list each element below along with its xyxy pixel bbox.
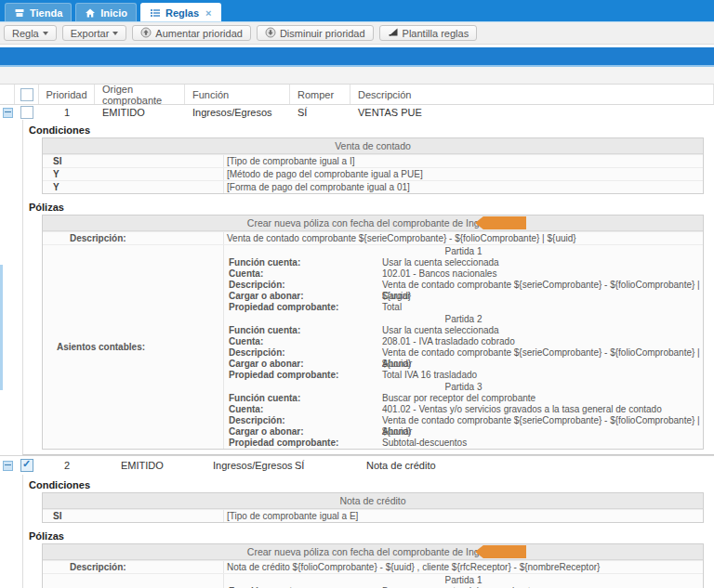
asientos-row: Asientos contables: Partida 1 Función cu… bbox=[43, 244, 703, 449]
store-icon bbox=[14, 7, 25, 19]
partida-title: Partida 1 bbox=[224, 574, 703, 586]
cell-romper: SÍ bbox=[290, 456, 350, 475]
tab-label: Inicio bbox=[100, 7, 127, 19]
minus-box-icon bbox=[3, 108, 13, 118]
selection-band bbox=[0, 47, 714, 67]
asientos-row: Partida 1 Función cuenta:Buscar por rece… bbox=[43, 573, 703, 588]
cell-prioridad: 1 bbox=[39, 105, 95, 120]
aumentar-prioridad-button[interactable]: Aumentar prioridad bbox=[132, 25, 251, 41]
toolbar: Regla Exportar Aumentar prioridad Dismin… bbox=[0, 22, 714, 45]
cell-origen: EMITIDO bbox=[95, 456, 185, 475]
grid-header-row: Prioridad Origen comprobante Función Rom… bbox=[0, 84, 714, 105]
tab-label: Reglas bbox=[165, 7, 199, 19]
button-label: Plantilla reglas bbox=[403, 28, 469, 39]
button-label: Regla bbox=[12, 28, 39, 39]
rules-list-icon bbox=[150, 7, 161, 19]
collapsed-panel-handle[interactable] bbox=[0, 265, 3, 390]
regla-menu-button[interactable]: Regla bbox=[4, 25, 57, 41]
collapse-toggle[interactable] bbox=[0, 456, 15, 475]
tab-tienda[interactable]: Tienda bbox=[5, 3, 72, 21]
disminuir-prioridad-button[interactable]: Disminuir prioridad bbox=[257, 25, 374, 41]
tab-label: Tienda bbox=[30, 7, 62, 19]
chevron-down-icon bbox=[43, 32, 48, 35]
column-header-prioridad[interactable]: Prioridad bbox=[39, 85, 95, 104]
condition-row: Y [Método de pago del comprobante igual … bbox=[43, 167, 703, 180]
row-checkbox[interactable] bbox=[15, 456, 39, 475]
asientos-label-empty bbox=[43, 574, 224, 588]
tab-bar: Tienda Inicio Reglas × bbox=[0, 0, 714, 22]
cell-funcion: Ingresos/Egresos bbox=[185, 456, 290, 475]
arrow-up-circle-icon bbox=[140, 27, 152, 40]
orange-arrow-left-icon bbox=[475, 545, 526, 558]
partida-title: Partida 3 bbox=[224, 381, 703, 393]
cell-descripcion: Nota de crédito bbox=[350, 456, 714, 475]
minus-box-icon bbox=[3, 461, 13, 471]
cell-prioridad: 2 bbox=[39, 456, 95, 475]
button-label: Aumentar prioridad bbox=[155, 28, 243, 39]
cell-descripcion: VENTAS PUE bbox=[350, 105, 714, 120]
column-header-romper[interactable]: Romper bbox=[290, 85, 350, 104]
row-checkbox[interactable] bbox=[15, 105, 39, 120]
checkbox-icon bbox=[20, 88, 33, 101]
poliza-descripcion-row: Descripción: Nota de crédito ${folioComp… bbox=[43, 560, 703, 573]
rule-row-2[interactable]: 2 EMITIDO Ingresos/Egresos SÍ Nota de cr… bbox=[0, 455, 714, 475]
checkbox-icon bbox=[20, 106, 33, 119]
condiciones-section-label: Condiciones bbox=[29, 124, 704, 136]
arrow-down-circle-icon bbox=[265, 27, 276, 40]
poliza-descripcion-row: Descripción: Venta de contado comprobant… bbox=[43, 231, 703, 244]
condition-row: Y [Forma de pago del comprobante igual a… bbox=[43, 180, 703, 193]
condition-row: SI [Tipo de comprobante igual a I] bbox=[43, 154, 703, 167]
rule-row-1[interactable]: 1 EMITIDO Ingresos/Egresos SÍ VENTAS PUE bbox=[0, 105, 714, 120]
expand-column-header bbox=[0, 85, 15, 104]
exportar-menu-button[interactable]: Exportar bbox=[62, 25, 127, 41]
polizas-section-label: Pólizas bbox=[29, 530, 704, 542]
partida-title: Partida 2 bbox=[224, 313, 703, 325]
column-header-origen[interactable]: Origen comprobante bbox=[95, 85, 185, 104]
condition-row: SI [Tipo de comprobante igual a E] bbox=[43, 509, 703, 522]
rule-1-detail: Condiciones Venta de contado SI [Tipo de… bbox=[22, 120, 714, 455]
partidas-list: Partida 1 Función cuenta:Buscar por rece… bbox=[224, 574, 703, 588]
grid-top-strip bbox=[0, 67, 714, 84]
poliza-title: Crear nueva póliza con fecha del comprob… bbox=[43, 216, 703, 231]
partidas-list: Partida 1 Función cuenta:Usar la cuenta … bbox=[224, 245, 703, 449]
condiciones-table: Venta de contado SI [Tipo de comprobante… bbox=[42, 137, 704, 194]
rule-2-detail: Condiciones Nota de crédito SI [Tipo de … bbox=[22, 475, 714, 588]
close-icon[interactable]: × bbox=[205, 7, 211, 19]
select-all-checkbox[interactable] bbox=[15, 85, 39, 104]
column-header-funcion[interactable]: Función bbox=[185, 85, 290, 104]
home-icon bbox=[85, 7, 96, 19]
condition-group-title: Nota de crédito bbox=[43, 493, 703, 509]
cell-romper: SÍ bbox=[290, 105, 350, 120]
partida-title: Partida 1 bbox=[224, 245, 703, 257]
chevron-down-icon bbox=[112, 32, 118, 35]
checkbox-checked-icon bbox=[20, 459, 33, 472]
button-label: Disminuir prioridad bbox=[280, 28, 365, 39]
asientos-label: Asientos contables: bbox=[43, 245, 224, 449]
condiciones-table: Nota de crédito SI [Tipo de comprobante … bbox=[42, 492, 704, 523]
button-label: Exportar bbox=[71, 28, 110, 39]
cell-origen: EMITIDO bbox=[95, 105, 185, 120]
template-icon bbox=[388, 27, 399, 39]
polizas-table: Crear nueva póliza con fecha del comprob… bbox=[42, 543, 704, 588]
polizas-section-label: Pólizas bbox=[29, 202, 704, 213]
condiciones-section-label: Condiciones bbox=[29, 479, 704, 490]
poliza-title: Crear nueva póliza con fecha del comprob… bbox=[43, 544, 703, 560]
orange-arrow-left-icon bbox=[475, 216, 526, 229]
column-header-descripcion[interactable]: Descripción bbox=[350, 85, 714, 104]
polizas-table: Crear nueva póliza con fecha del comprob… bbox=[42, 215, 704, 450]
plantilla-reglas-button[interactable]: Plantilla reglas bbox=[379, 25, 478, 41]
tab-inicio[interactable]: Inicio bbox=[75, 3, 137, 21]
tab-reglas[interactable]: Reglas × bbox=[140, 3, 221, 21]
cell-funcion: Ingresos/Egresos bbox=[185, 105, 290, 120]
collapse-toggle[interactable] bbox=[0, 105, 15, 120]
condition-group-title: Venta de contado bbox=[43, 138, 703, 154]
